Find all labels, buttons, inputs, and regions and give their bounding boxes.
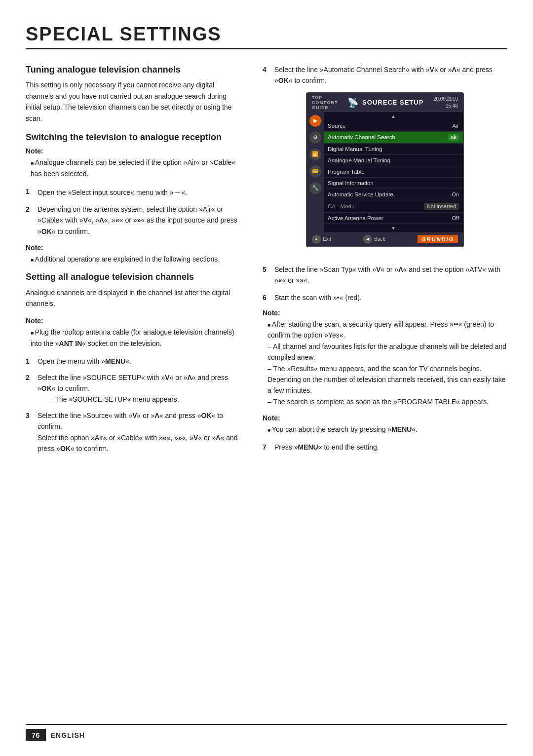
page-footer: 76 ENGLISH [26, 724, 507, 741]
step-r7-content: Press »MENU« to end the setting. [274, 442, 507, 453]
tv-antenna-power-val: Off [452, 215, 459, 221]
note-label-3: Note: [26, 317, 243, 325]
left-column: Tuning analogue television channels This… [26, 64, 243, 461]
steps-setting: 1 Open the menu with »MENU«. 2 Select th… [26, 356, 243, 454]
tv-icon-play: ▶ [309, 115, 321, 127]
step-r6-content: Start the scan with »•« (red). [274, 292, 507, 303]
tv-icon-tool: 🔧 [309, 182, 321, 194]
note-item-3: Plug the rooftop antenna cable (for anal… [31, 327, 243, 349]
tv-antenna-power-label: Active Antenna Power [328, 215, 383, 221]
tv-chevron-down: ▼ [324, 224, 463, 232]
tv-digital-manual-label: Digital Manual Tuning [328, 146, 382, 152]
tv-menu-program-table: Program Table [324, 166, 463, 178]
step-r7: 7 Press »MENU« to end the setting. [263, 442, 507, 453]
note-list-1: Analogue channels can be selected if the… [26, 157, 243, 179]
tv-menu-signal-info: Signal Information [324, 178, 463, 189]
tv-ca-modul-val: Not inserted [424, 203, 459, 210]
note-r1-sub: – All channel and favourites lists for t… [263, 341, 507, 407]
step-1: 1 Open the »Select input source« menu wi… [26, 186, 243, 199]
step-s2-content: Select the line »SOURCE SETUP« with »V« … [38, 372, 243, 405]
tv-exit-btn: ● Exit [312, 235, 331, 244]
step-num-s3: 3 [26, 410, 34, 454]
step-s2-sub: – The »SOURCE SETUP« menu appears. [38, 395, 179, 403]
note-label-1: Note: [26, 147, 243, 155]
tv-exit-label: Exit [323, 236, 331, 242]
step-num-2: 2 [26, 204, 34, 237]
section-setting-title: Setting all analogue television channels [26, 271, 243, 283]
right-column: 4 Select the line »Automatic Channel Sea… [263, 64, 507, 461]
step-num-s1: 1 [26, 356, 34, 367]
note-r2-item1: You can abort the search by pressing »ME… [267, 424, 507, 435]
note-list-2: Additional operations are explained in t… [26, 254, 243, 265]
footer-page-num: 76 [26, 729, 46, 741]
tv-icon-card: 💳 [309, 165, 321, 177]
step-s3-content: Select the line »Source« with »V« or »Λ«… [38, 410, 243, 454]
step-s3: 3 Select the line »Source« with »V« or »… [26, 410, 243, 454]
tv-brand: TOPCOMFORTGUIDE [312, 95, 338, 110]
tv-auto-search-label: Automativ Channel Search [328, 134, 395, 140]
tv-back-icon: ◀ [363, 235, 372, 244]
step-num-r4: 4 [263, 64, 270, 86]
tv-menu-digital-manual: Digital Manual Tuning [324, 144, 463, 155]
note-block-2: Note: Additional operations are explaine… [26, 244, 243, 265]
main-columns: Tuning analogue television channels This… [26, 64, 507, 461]
tv-back-label: Back [374, 236, 385, 242]
abort-text: abort [299, 425, 314, 433]
tv-icons: ▶ ⚙ 📶 💳 🔧 [307, 112, 324, 232]
section-tuning-body: This setting is only necessary if you ca… [26, 79, 243, 124]
grundig-logo: GRUNDIG [418, 235, 458, 243]
tv-program-table-label: Program Table [328, 169, 365, 175]
tv-menu-antenna-power: Active Antenna Power Off [324, 213, 463, 224]
note-list-right-2: You can abort the search by pressing »ME… [263, 424, 507, 435]
note-item-2: Additional operations are explained in t… [31, 254, 243, 265]
tv-menu-ca-modul: CA - Modul Not inserted [324, 200, 463, 213]
tv-footer: ● Exit ◀ Back GRUNDIG [307, 232, 463, 246]
note-block-right-1: Note: After starting the scan, a securit… [263, 309, 507, 407]
note-label-2: Note: [26, 244, 243, 252]
tv-antenna-icon: 📡 [347, 97, 358, 108]
step-num-r5: 5 [263, 264, 270, 286]
search-text: search [328, 425, 348, 433]
note-label-right-1: Note: [263, 309, 507, 317]
note-item: Analogue channels can be selected if the… [31, 157, 243, 179]
note-block-3: Note: Plug the rooftop antenna cable (fo… [26, 317, 243, 349]
tv-back-btn: ◀ Back [363, 235, 385, 244]
tv-menu-analogue-manual: Analogue Manual Tuning [324, 155, 463, 166]
step-r4-content: Select the line »Automatic Channel Searc… [274, 64, 507, 86]
tv-exit-icon: ● [312, 235, 321, 244]
step-2: 2 Depending on the antenna system, selec… [26, 204, 243, 237]
step-1-content: Open the »Select input source« menu with… [38, 186, 243, 199]
step-num-1: 1 [26, 186, 34, 199]
tv-header-left: TOPCOMFORTGUIDE [312, 95, 338, 110]
step-s2: 2 Select the line »SOURCE SETUP« with »V… [26, 372, 243, 405]
step-r6: 6 Start the scan with »•« (red). [263, 292, 507, 303]
tv-auto-update-val: On [452, 191, 459, 197]
tv-menu-title: SOURECE SETUP [362, 99, 423, 106]
section-setting-body: Analogue channels are displayed in the c… [26, 287, 243, 309]
step-r5: 5 Select the line »Scan Typ« with »V« or… [263, 264, 507, 286]
step-r4: 4 Select the line »Automatic Channel Sea… [263, 64, 507, 86]
tv-chevron-up: ▲ [324, 112, 463, 120]
tv-menu-source: Source Air [324, 120, 463, 132]
tv-auto-update-label: Automatic Service Update [328, 191, 393, 197]
tv-menu: ▲ Source Air Automativ Channel Search ok… [324, 112, 463, 232]
tv-menu-auto-update: Automatic Service Update On [324, 189, 463, 200]
step-s1: 1 Open the menu with »MENU«. [26, 356, 243, 367]
page-title: SPECIAL SETTINGS [26, 24, 507, 49]
step-2-content: Depending on the antenna system, select … [38, 204, 243, 237]
section-tuning-title: Tuning analogue television channels [26, 64, 243, 76]
tv-signal-info-label: Signal Information [328, 180, 374, 186]
note-list-3: Plug the rooftop antenna cable (for anal… [26, 327, 243, 349]
step-r5-content: Select the line »Scan Typ« with »V« or »… [274, 264, 507, 286]
section-switching: Switching the television to analogue rec… [26, 132, 243, 265]
note-r1-item1: After starting the scan, a security quer… [267, 319, 507, 341]
tv-header: TOPCOMFORTGUIDE 📡 SOURECE SETUP 20.09.20… [307, 93, 463, 112]
tv-time: 20.09.201015:46 [433, 96, 458, 110]
section-tuning: Tuning analogue television channels This… [26, 64, 243, 124]
step-num-r6: 6 [263, 292, 270, 303]
footer-language: ENGLISH [51, 731, 85, 739]
step-num-r7: 7 [263, 442, 270, 453]
note-label-right-2: Note: [263, 414, 507, 422]
tv-body: ▶ ⚙ 📶 💳 🔧 ▲ Source Air [307, 112, 463, 232]
tv-ca-modul-label: CA - Modul [328, 203, 356, 209]
